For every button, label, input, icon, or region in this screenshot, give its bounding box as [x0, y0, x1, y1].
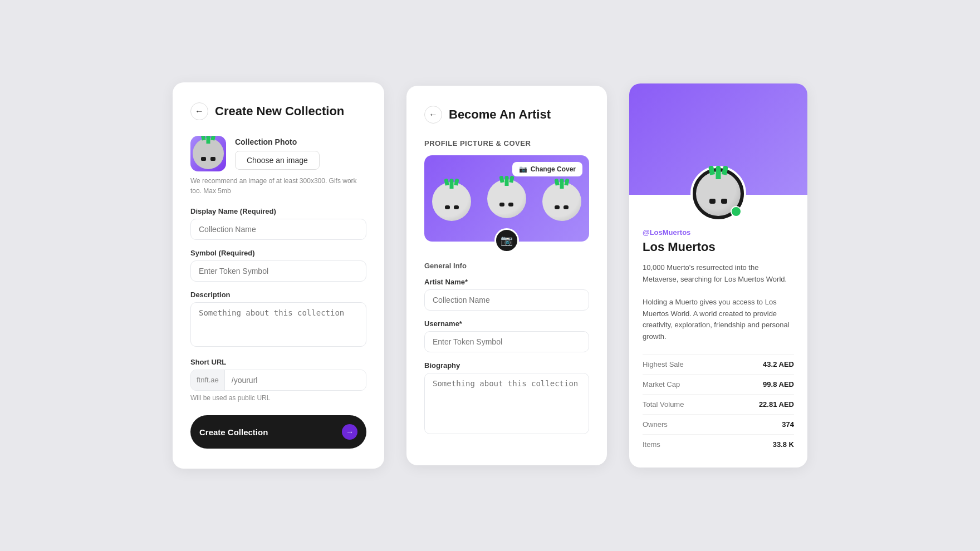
stats-table: Highest Sale 43.2 AED Market Cap 99.8 AE…: [643, 354, 794, 454]
profile-robot-eyes: [709, 199, 727, 204]
biography-textarea[interactable]: [424, 373, 589, 434]
stats-label-4: Items: [643, 434, 724, 454]
choose-image-button[interactable]: Choose an image: [235, 151, 320, 170]
short-url-field: ftnft.ae: [190, 370, 366, 391]
stats-row: Market Cap 99.8 AED: [643, 374, 794, 394]
shorturl-label: Short URL: [190, 358, 366, 366]
url-prefix: ftnft.ae: [191, 370, 225, 390]
create-collection-card: ← Create New Collection Collection Photo…: [173, 82, 384, 469]
photo-controls: Collection Photo Choose an image: [235, 137, 320, 170]
username-input[interactable]: [424, 331, 589, 352]
change-cover-button[interactable]: 📷 Change Cover: [512, 162, 582, 176]
stats-value-2: 22.81 AED: [724, 394, 794, 414]
stats-row: Total Volume 22.81 AED: [643, 394, 794, 414]
url-hint: Will be used as public URL: [190, 394, 366, 402]
cover-robot-3: [542, 182, 581, 221]
biography-label: Biography: [424, 361, 589, 370]
profile-avatar: [690, 166, 746, 222]
profile-photo-camera-button[interactable]: 📷: [494, 228, 519, 253]
username-label: Username*: [424, 319, 589, 328]
profile-body: @LosMuertos Los Muertos 10,000 Muerto's …: [629, 195, 807, 468]
stats-row: Owners 374: [643, 414, 794, 434]
collection-photo-avatar: [190, 136, 226, 171]
create-btn-arrow-icon: →: [342, 424, 357, 440]
cover-robot-1: [432, 182, 471, 221]
create-btn-label: Create Collection: [199, 427, 268, 437]
avatar-eyes: [201, 157, 215, 161]
card2-back-button[interactable]: ←: [424, 106, 442, 124]
card2-header: ← Become An Artist: [424, 106, 589, 124]
stats-row: Highest Sale 43.2 AED: [643, 354, 794, 374]
url-input[interactable]: [225, 370, 366, 390]
stats-label-1: Market Cap: [643, 374, 724, 394]
create-collection-button[interactable]: Create Collection →: [190, 415, 366, 449]
camera-small-icon: 📷: [501, 234, 513, 247]
profile-avatar-container: [690, 166, 746, 222]
profile-desc-1: 10,000 Muerto's resurrected into the Met…: [643, 262, 794, 286]
display-name-label: Display Name (Required): [190, 207, 366, 215]
stats-label-2: Total Volume: [643, 394, 724, 414]
description-textarea[interactable]: [190, 302, 366, 347]
cover-banner: 📷 Change Cover 📷: [424, 155, 589, 242]
stats-value-3: 374: [724, 414, 794, 434]
change-cover-label: Change Cover: [531, 165, 576, 173]
general-info-label: General Info: [424, 262, 589, 270]
stats-value-1: 99.8 AED: [724, 374, 794, 394]
stats-row: Items 33.8 K: [643, 434, 794, 454]
profile-preview-card: @LosMuertos Los Muertos 10,000 Muerto's …: [629, 83, 807, 468]
avatar-robot: [193, 138, 224, 169]
card1-back-button[interactable]: ←: [190, 102, 208, 120]
stats-value-4: 33.8 K: [724, 434, 794, 454]
stats-value-0: 43.2 AED: [724, 354, 794, 374]
artist-name-label: Artist Name*: [424, 278, 589, 286]
general-info-section: General Info Artist Name* Username* Biog…: [424, 262, 589, 445]
card2-title: Become An Artist: [449, 107, 551, 122]
profile-section-label: Profile Picture & Cover: [424, 139, 589, 147]
photo-hint: We recommend an image of at least 300x30…: [190, 176, 366, 196]
profile-username: @LosMuertos: [643, 228, 794, 237]
camera-icon: 📷: [519, 165, 527, 173]
symbol-input[interactable]: [190, 260, 366, 282]
profile-robot-hair: [709, 166, 728, 179]
display-name-input[interactable]: [190, 219, 366, 240]
online-status-dot: [731, 206, 742, 217]
photo-label: Collection Photo: [235, 137, 320, 146]
symbol-label: Symbol (Required): [190, 249, 366, 257]
profile-name: Los Muertos: [643, 240, 794, 254]
avatar-hair: [202, 136, 215, 144]
become-artist-card: ← Become An Artist Profile Picture & Cov…: [406, 86, 607, 465]
card1-title: Create New Collection: [215, 104, 344, 119]
artist-name-input[interactable]: [424, 289, 589, 311]
stats-label-3: Owners: [643, 414, 724, 434]
cover-robot-2: [487, 179, 526, 218]
stats-label-0: Highest Sale: [643, 354, 724, 374]
profile-desc-2: Holding a Muerto gives you access to Los…: [643, 297, 794, 343]
profile-cover-banner: [629, 83, 807, 195]
card1-header: ← Create New Collection: [190, 102, 366, 120]
collection-photo-section: Collection Photo Choose an image: [190, 136, 366, 171]
description-label: Description: [190, 291, 366, 299]
